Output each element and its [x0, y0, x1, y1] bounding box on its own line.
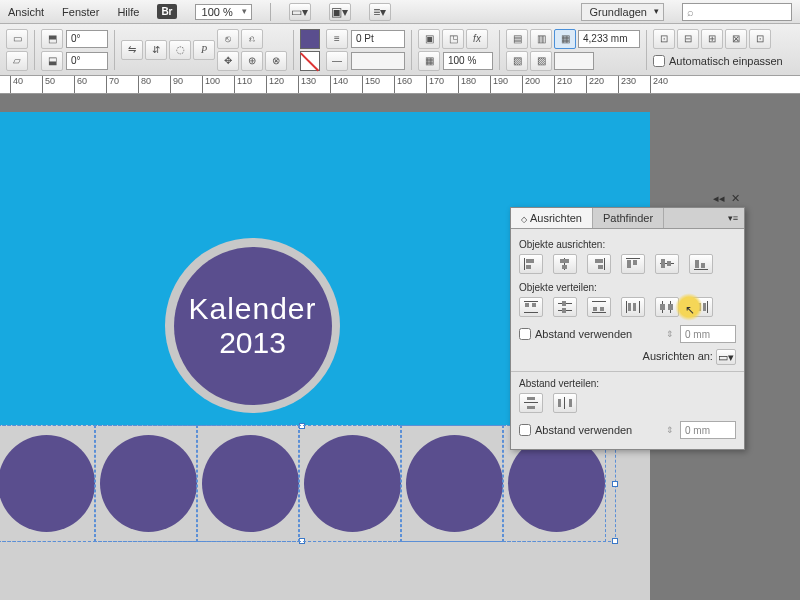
angle1-input[interactable]	[66, 30, 108, 48]
svg-rect-8	[598, 265, 603, 269]
fx-icon[interactable]: fx	[466, 29, 488, 49]
canvas-area[interactable]: Kalender 2013 ◂◂	[0, 94, 800, 600]
panel-close-icon[interactable]: ✕	[731, 192, 740, 205]
textwrap3-icon[interactable]: ▦	[554, 29, 576, 49]
anchor4-icon[interactable]: ⊕	[241, 51, 263, 71]
anchor1-icon[interactable]: ⎋	[217, 29, 239, 49]
use-spacing-checkbox[interactable]	[519, 328, 531, 340]
svg-rect-42	[527, 397, 535, 400]
corner-icon[interactable]: ◳	[442, 29, 464, 49]
flip-h-icon[interactable]: ⇋	[121, 40, 143, 60]
panel-collapse-icon[interactable]: ◂◂	[713, 192, 725, 205]
svg-rect-38	[694, 301, 695, 313]
svg-rect-37	[668, 304, 673, 310]
tab-pathfinder[interactable]: Pathfinder	[593, 208, 664, 228]
align-hcenter-icon[interactable]	[553, 254, 577, 274]
align-right-icon[interactable]	[587, 254, 611, 274]
stroke-input[interactable]	[351, 30, 405, 48]
textwrap2-icon[interactable]: ▥	[530, 29, 552, 49]
view-mode-3-icon[interactable]: ≡▾	[369, 3, 391, 21]
fit5-icon[interactable]: ⊡	[749, 29, 771, 49]
menu-ansicht[interactable]: Ansicht	[8, 6, 44, 18]
dist-vcenter-icon[interactable]	[553, 297, 577, 317]
line-style-icon[interactable]: —	[326, 51, 348, 71]
dist-left-icon[interactable]	[621, 297, 645, 317]
menu-fenster[interactable]: Fenster	[62, 6, 99, 18]
dist-top-icon[interactable]	[519, 297, 543, 317]
svg-rect-33	[633, 303, 636, 311]
align-to-label: Ausrichten an:	[643, 350, 713, 362]
rotate-icon[interactable]: ⬓	[41, 51, 63, 71]
svg-rect-11	[633, 260, 637, 265]
dist-bottom-icon[interactable]	[587, 297, 611, 317]
svg-rect-21	[532, 303, 536, 307]
svg-rect-20	[525, 303, 529, 307]
svg-rect-4	[560, 259, 569, 263]
anchor5-icon[interactable]: ⊗	[265, 51, 287, 71]
autofit-checkbox[interactable]	[653, 55, 665, 67]
fit4-icon[interactable]: ⊠	[725, 29, 747, 49]
svg-rect-13	[661, 259, 665, 268]
anchor2-icon[interactable]: ⎌	[241, 29, 263, 49]
spacing2-input[interactable]: 0 mm	[680, 421, 736, 439]
opacity-input[interactable]	[443, 52, 493, 70]
fit1-icon[interactable]: ⊡	[653, 29, 675, 49]
align-to-dropdown[interactable]: ▭▾	[716, 349, 736, 365]
flip-v-icon[interactable]: ⇵	[145, 40, 167, 60]
svg-rect-16	[695, 260, 699, 268]
fill-swatch[interactable]	[300, 29, 320, 49]
stroke-swatch[interactable]	[300, 51, 320, 71]
paragraph-icon[interactable]: P	[193, 40, 215, 60]
svg-rect-7	[595, 259, 603, 263]
textwrap4-icon[interactable]: ▧	[506, 51, 528, 71]
workspace-switcher[interactable]: Grundlagen	[581, 3, 665, 21]
angle2-input[interactable]	[66, 52, 108, 70]
opacity-icon[interactable]: ▦	[418, 51, 440, 71]
fit2-icon[interactable]: ⊟	[677, 29, 699, 49]
anchor3-icon[interactable]: ✥	[217, 51, 239, 71]
svg-rect-32	[628, 303, 631, 311]
dist-space-v-icon[interactable]	[519, 393, 543, 413]
view-mode-1-icon[interactable]: ▭▾	[289, 3, 311, 21]
zoom-level[interactable]: 100 %	[195, 4, 252, 20]
svg-rect-29	[600, 307, 604, 311]
view-mode-2-icon[interactable]: ▣▾	[329, 3, 351, 21]
dist-space-h-icon[interactable]	[553, 393, 577, 413]
spacing-input[interactable]: 0 mm	[680, 325, 736, 343]
tool-page2-icon[interactable]: ▱	[6, 51, 28, 71]
control-toolbar: ▭ ▱ ⬒ ⬓ ⇋ ⇵ ◌ P ⎋ ⎌ ✥ ⊕ ⊗ ≡ — ▣ ◳	[0, 24, 800, 76]
svg-rect-17	[701, 263, 705, 268]
tab-ausrichten[interactable]: ◇Ausrichten	[511, 208, 593, 228]
search-input[interactable]: ⌕	[682, 3, 792, 21]
dist-hcenter-icon[interactable]	[655, 297, 679, 317]
svg-rect-18	[524, 301, 538, 302]
wrap-icon[interactable]: ▣	[418, 29, 440, 49]
svg-rect-41	[703, 303, 706, 311]
title-circle-bg: Kalender 2013	[165, 238, 340, 413]
tool-page-icon[interactable]: ▭	[6, 29, 28, 49]
svg-rect-19	[524, 312, 538, 313]
dotted-circle-icon[interactable]: ◌	[169, 40, 191, 60]
fit3-icon[interactable]: ⊞	[701, 29, 723, 49]
size-input[interactable]	[578, 30, 640, 48]
svg-rect-36	[660, 304, 665, 310]
shear-icon[interactable]: ⬒	[41, 29, 63, 49]
label-distribute-objects: Objekte verteilen:	[519, 282, 736, 293]
panel-controls: ◂◂ ✕	[713, 192, 740, 205]
use-spacing2-label: Abstand verwenden	[535, 424, 632, 436]
align-top-icon[interactable]	[621, 254, 645, 274]
align-bottom-icon[interactable]	[689, 254, 713, 274]
textwrap1-icon[interactable]: ▤	[506, 29, 528, 49]
svg-rect-26	[592, 301, 606, 302]
menu-hilfe[interactable]: Hilfe	[117, 6, 139, 18]
align-vcenter-icon[interactable]	[655, 254, 679, 274]
svg-rect-1	[526, 259, 534, 263]
bridge-badge[interactable]: Br	[157, 4, 176, 19]
panel-menu-icon[interactable]: ▾≡	[722, 213, 744, 223]
align-left-icon[interactable]	[519, 254, 543, 274]
stroke-weight-icon[interactable]: ≡	[326, 29, 348, 49]
svg-rect-43	[527, 406, 535, 409]
use-spacing2-checkbox[interactable]	[519, 424, 531, 436]
textwrap5-icon[interactable]: ▨	[530, 51, 552, 71]
dist-right-icon[interactable]	[689, 297, 713, 317]
